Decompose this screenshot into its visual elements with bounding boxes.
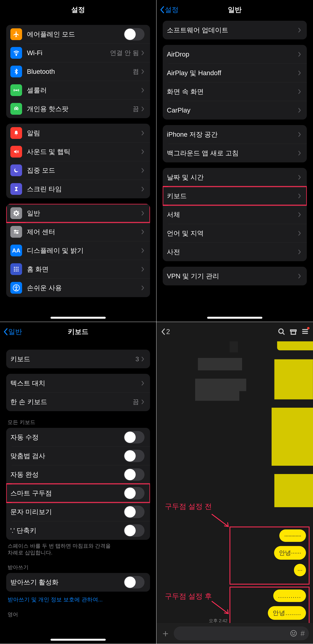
toggle-switch[interactable] <box>124 450 145 462</box>
sound-icon <box>10 146 22 158</box>
arrow-after-icon <box>210 600 231 616</box>
row-label: 집중 모드 <box>27 166 55 175</box>
emoji-icon[interactable] <box>290 630 297 637</box>
archive-icon[interactable] <box>290 328 297 336</box>
general-panel: 설정 일반 소프트웨어 업데이트 AirDropAirPlay 및 Handof… <box>156 0 313 322</box>
chat-panel: 2 구두점 설정 전 ············ 안녕·· <box>156 322 313 644</box>
row-label: 스크린 타임 <box>27 185 62 194</box>
settings-row[interactable]: CarPlay <box>163 101 307 120</box>
back-button[interactable]: 설정 <box>159 5 178 14</box>
message-time: 오후 2:42 <box>209 618 227 623</box>
arrow-before-icon <box>210 513 231 529</box>
settings-row[interactable]: Wi-Fi연결 안 됨 <box>6 44 150 62</box>
toggle-switch[interactable] <box>124 524 145 537</box>
home-indicator[interactable] <box>50 639 106 641</box>
settings-row[interactable]: 텍스트 대치 <box>6 374 150 392</box>
section-label: 영어 <box>7 611 149 618</box>
settings-row[interactable]: AirPlay 및 Handoff <box>163 64 307 82</box>
settings-row[interactable]: 사운드 및 햅틱 <box>6 142 150 161</box>
row-label: AirDrop <box>167 50 189 58</box>
settings-row[interactable]: 스마트 구두점 <box>6 484 150 502</box>
toggle-switch[interactable] <box>124 576 145 588</box>
back-button[interactable]: 일반 <box>3 327 22 336</box>
row-label: 한 손 키보드 <box>10 398 47 406</box>
settings-row[interactable]: 집중 모드 <box>6 161 150 180</box>
settings-row[interactable]: Bluetooth켬 <box>6 62 150 81</box>
svg-point-6 <box>16 232 18 234</box>
row-label: '.' 단축키 <box>10 526 36 535</box>
home-indicator[interactable] <box>50 317 106 319</box>
settings-row[interactable]: AirDrop <box>163 45 307 64</box>
row-label: 디스플레이 및 밝기 <box>27 246 84 255</box>
notification-dot <box>307 327 310 330</box>
search-icon[interactable] <box>278 328 285 336</box>
settings-row[interactable]: 셀룰러 <box>6 81 150 100</box>
toggle-switch[interactable] <box>124 28 145 40</box>
row-label: 텍스트 대치 <box>10 379 45 388</box>
settings-row[interactable]: VPN 및 기기 관리 <box>163 267 307 286</box>
settings-row[interactable]: '.' 단축키 <box>6 521 150 540</box>
settings-row[interactable]: 문자 미리보기 <box>6 502 150 521</box>
settings-row[interactable]: 날짜 및 시간 <box>163 168 307 186</box>
svg-point-18 <box>279 329 283 333</box>
chat-body[interactable]: 구두점 설정 전 ············ 안녕······ ··· 구두점 설… <box>156 341 313 623</box>
menu-button[interactable] <box>301 328 309 336</box>
settings-row[interactable]: 에어플레인 모드 <box>6 25 150 44</box>
page-title: 키보드 <box>68 327 88 336</box>
settings-row[interactable]: 키보드3 <box>6 350 150 368</box>
row-label: 알림 <box>27 129 40 138</box>
settings-row[interactable]: 사전 <box>163 242 307 261</box>
toggle-switch[interactable] <box>124 468 145 481</box>
row-label: 스마트 구두점 <box>10 489 52 498</box>
toggle-switch[interactable] <box>124 431 145 444</box>
row-label: 자동 완성 <box>10 470 39 479</box>
svg-rect-9 <box>17 267 19 268</box>
hash-icon[interactable]: # <box>301 629 305 638</box>
settings-row[interactable]: 손쉬운 사용 <box>6 278 150 297</box>
settings-row[interactable]: AA디스플레이 및 밝기 <box>6 241 150 260</box>
back-button[interactable]: 2 <box>161 328 170 336</box>
toggle-switch[interactable] <box>124 487 145 500</box>
settings-row[interactable]: 언어 및 지역 <box>163 224 307 242</box>
grid-icon <box>10 263 22 275</box>
row-label: 사운드 및 햅틱 <box>27 147 70 156</box>
settings-row[interactable]: 백그라운드 앱 새로 고침 <box>163 144 307 162</box>
settings-row[interactable]: 키보드 <box>163 186 307 205</box>
toggle-switch[interactable] <box>124 506 145 518</box>
back-count: 2 <box>166 328 170 336</box>
settings-row[interactable]: 서체 <box>163 205 307 224</box>
dictation-privacy-link[interactable]: 받아쓰기 및 개인 정보 보호에 관하여... <box>7 596 149 603</box>
settings-row[interactable]: 한 손 키보드끔 <box>6 392 150 411</box>
settings-row[interactable]: iPhone 저장 공간 <box>163 125 307 144</box>
annotation-before: 구두점 설정 전 <box>165 502 212 511</box>
row-detail: 3 <box>135 355 139 363</box>
plus-icon[interactable]: ＋ <box>161 627 170 640</box>
settings-row[interactable]: 받아쓰기 활성화 <box>6 573 150 592</box>
settings-row[interactable]: 개인용 핫스팟끔 <box>6 100 150 118</box>
row-label: 날짜 및 시간 <box>167 173 204 182</box>
settings-row[interactable]: 맞춤법 검사 <box>6 446 150 465</box>
svg-rect-7 <box>14 267 15 268</box>
settings-row[interactable]: 일반 <box>6 204 150 222</box>
row-label: 서체 <box>167 210 180 219</box>
aa-icon: AA <box>10 244 22 256</box>
message-input[interactable]: # <box>174 626 309 640</box>
svg-line-19 <box>283 333 285 334</box>
svg-line-25 <box>212 514 228 526</box>
settings-row[interactable]: 소프트웨어 업데이트 <box>163 21 307 40</box>
settings-row[interactable]: 제어 센터 <box>6 222 150 241</box>
bubble-group-after: ........... 안녕........ <box>229 587 310 623</box>
svg-rect-12 <box>17 269 19 270</box>
row-label: iPhone 저장 공간 <box>167 130 218 139</box>
row-label: Bluetooth <box>27 68 55 75</box>
home-indicator[interactable] <box>207 317 262 319</box>
settings-row[interactable]: 알림 <box>6 124 150 142</box>
bell-icon <box>10 127 22 139</box>
settings-row[interactable]: 자동 완성 <box>6 465 150 484</box>
settings-row[interactable]: 자동 수정 <box>6 428 150 446</box>
settings-row[interactable]: 홈 화면 <box>6 260 150 278</box>
row-label: 에어플레인 모드 <box>27 30 75 39</box>
settings-row[interactable]: 화면 속 화면 <box>163 82 307 101</box>
settings-root-panel: 설정 에어플레인 모드Wi-Fi연결 안 됨Bluetooth켬셀룰러개인용 핫… <box>0 0 156 322</box>
settings-row[interactable]: 스크린 타임 <box>6 180 150 198</box>
